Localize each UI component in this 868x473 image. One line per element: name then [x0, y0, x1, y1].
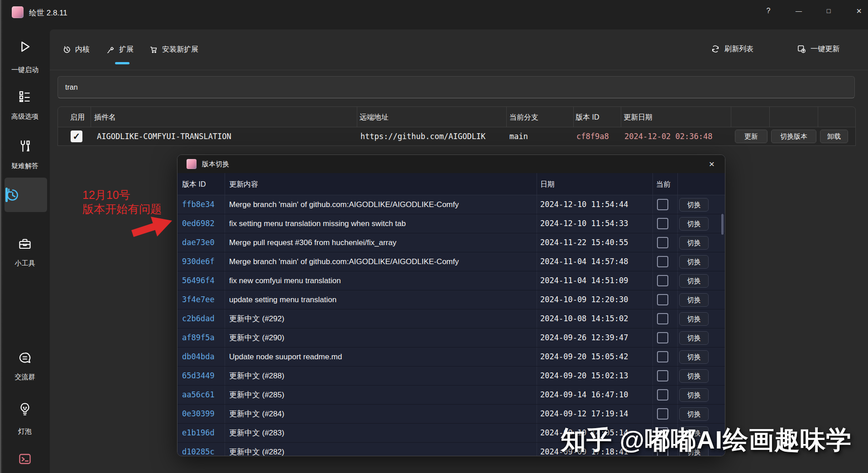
commit-message: Update node suuport readme.md — [229, 348, 532, 366]
sidebar-label-tools: 小工具 — [0, 259, 50, 268]
uninstall-button[interactable]: 卸载 — [820, 130, 848, 143]
close-button[interactable]: × — [851, 4, 867, 18]
sidebar-item-troubleshoot[interactable] — [0, 139, 50, 155]
commit-message: fix setting menu translation missing whe… — [229, 214, 532, 233]
col-date: 日期 — [540, 173, 555, 195]
switch-button[interactable]: 切换 — [679, 369, 709, 383]
sidebar-item-group[interactable] — [0, 351, 50, 367]
switch-button[interactable]: 切换 — [679, 217, 709, 231]
version-row: c2b6dad 更新中文 (#292) 2024-10-08 14:15:02 … — [177, 309, 725, 328]
commit-date: 2024-10-09 12:20:30 — [540, 290, 628, 309]
modal-scrollbar-thumb[interactable] — [721, 214, 724, 235]
commit-message: Merge branch 'main' of github.com:AIGODL… — [229, 195, 532, 214]
annotation-arrow — [130, 217, 184, 248]
maximize-button[interactable]: □ — [821, 4, 836, 18]
version-row: 0e30399 更新中文 (#284) 2024-09-12 17:19:14 … — [177, 405, 725, 424]
annotation-line2: 版本开始有问题 — [82, 202, 162, 217]
sidebar-item-launch[interactable] — [0, 39, 50, 56]
minimize-button[interactable]: — — [791, 4, 806, 18]
commit-message: 更新中文 (#290) — [229, 328, 532, 347]
version-row: 3f4e7ee update setting menu translation … — [177, 290, 725, 309]
switch-button[interactable]: 切换 — [679, 331, 709, 345]
plug-icon — [106, 45, 115, 54]
tab-extensions[interactable]: 扩展 — [106, 43, 134, 55]
col-version-id: 版本 ID — [182, 173, 206, 195]
switch-button[interactable]: 切换 — [679, 407, 709, 421]
col-version: 版本 ID — [575, 107, 599, 128]
switch-button[interactable]: 切换 — [679, 274, 709, 288]
switch-button[interactable]: 切换 — [679, 255, 709, 269]
switch-button[interactable]: 切换 — [679, 350, 709, 364]
extensions-table-header: 启用 插件名 远端地址 当前分支 版本 ID 更新日期 — [58, 106, 856, 127]
version-row: 65d3449 更新中文 (#288) 2024-09-20 15:02:13 … — [177, 367, 725, 386]
history-icon — [62, 45, 71, 54]
current-checkbox[interactable] — [657, 199, 668, 210]
sidebar-item-advanced[interactable] — [0, 89, 50, 106]
sidebar-item-tips[interactable] — [0, 402, 50, 418]
commit-date: 2024-12-10 11:54:44 — [540, 195, 628, 214]
commit-message: 更新中文 (#283) — [229, 424, 532, 442]
current-checkbox[interactable] — [657, 332, 668, 343]
switch-version-button[interactable]: 切换版本 — [771, 130, 816, 143]
help-button[interactable]: ? — [761, 4, 776, 18]
sidebar-item-version-manager[interactable] — [5, 178, 47, 212]
current-checkbox[interactable] — [657, 218, 668, 229]
commit-hash: 0ed6982 — [182, 214, 215, 233]
commit-date: 2024-09-26 12:39:47 — [540, 328, 628, 347]
commit-message: fix new comfyui menu translation — [229, 271, 532, 290]
update-button[interactable]: 更新 — [735, 130, 767, 143]
version-row: dae73e0 Merge pull request #306 from huc… — [177, 233, 725, 252]
close-icon[interactable]: × — [698, 155, 725, 173]
tab-install-extensions[interactable]: 安装新扩展 — [149, 43, 198, 55]
tab-kernel[interactable]: 内核 — [62, 43, 90, 55]
cart-icon — [149, 45, 158, 54]
commit-date: 2024-09-20 15:02:13 — [540, 367, 628, 385]
col-remote: 远端地址 — [360, 107, 388, 128]
col-enabled: 启用 — [70, 107, 85, 128]
dialog-title: 版本切换 — [202, 155, 229, 173]
sidebar-label-group: 交流群 — [0, 373, 50, 381]
commit-hash: 3f4e7ee — [182, 290, 215, 309]
commit-hash: e1b196d — [182, 424, 215, 442]
refresh-list-button[interactable]: 刷新列表 — [711, 42, 753, 56]
current-checkbox[interactable] — [657, 275, 668, 286]
enabled-checkbox[interactable]: ✓ — [71, 130, 82, 142]
commit-date: 2024-09-20 15:05:42 — [540, 348, 628, 366]
update-all-button[interactable]: 一键更新 — [797, 42, 839, 56]
sidebar-label-tips: 灯泡 — [0, 427, 50, 436]
commit-date: 2024-09-14 16:47:10 — [540, 386, 628, 404]
current-checkbox[interactable] — [657, 294, 668, 305]
commit-hash: 0e30399 — [182, 405, 215, 423]
version-row: 930de6f Merge branch 'main' of github.co… — [177, 252, 725, 271]
commit-message: 更新中文 (#284) — [229, 405, 532, 423]
version-row: af89f5a 更新中文 (#290) 2024-09-26 12:39:47 … — [177, 328, 725, 348]
annotation-line1: 12月10号 — [82, 188, 130, 203]
current-checkbox[interactable] — [657, 389, 668, 401]
search-input[interactable] — [58, 76, 855, 98]
sidebar: 一键启动 高级选项 疑难解答 小工具 交流群 灯泡 — [0, 29, 50, 473]
commit-hash: 56496f4 — [182, 271, 215, 290]
commit-message: 更新中文 (#288) — [229, 367, 532, 385]
refresh-icon — [711, 44, 720, 53]
extension-remote: https://github.com/AIGODLIK — [360, 127, 504, 145]
current-checkbox[interactable] — [657, 237, 668, 248]
switch-button[interactable]: 切换 — [679, 198, 709, 212]
current-checkbox[interactable] — [657, 313, 668, 324]
switch-button[interactable]: 切换 — [679, 293, 709, 307]
terminal-icon — [18, 452, 32, 466]
switch-button[interactable]: 切换 — [679, 312, 709, 326]
tab-kernel-label: 内核 — [75, 45, 90, 54]
extension-version: cf8f9a8 — [576, 127, 609, 145]
current-checkbox[interactable] — [657, 256, 668, 267]
current-checkbox[interactable] — [657, 408, 668, 420]
sidebar-label-launch: 一键启动 — [0, 66, 50, 74]
sidebar-item-console[interactable] — [0, 452, 50, 468]
switch-button[interactable]: 切换 — [679, 236, 709, 250]
version-switch-dialog: 版本切换 × 版本 ID 更新内容 日期 当前 ffb8e34 Merge br… — [177, 154, 725, 456]
version-table-header: 版本 ID 更新内容 日期 当前 — [177, 173, 725, 195]
current-checkbox[interactable] — [657, 351, 668, 362]
switch-button[interactable]: 切换 — [679, 388, 709, 402]
current-checkbox[interactable] — [657, 370, 668, 381]
sidebar-item-tools[interactable] — [0, 237, 50, 253]
extension-row: ✓ AIGODLIKE-COMFYUI-TRANSLATION https://… — [58, 127, 856, 146]
